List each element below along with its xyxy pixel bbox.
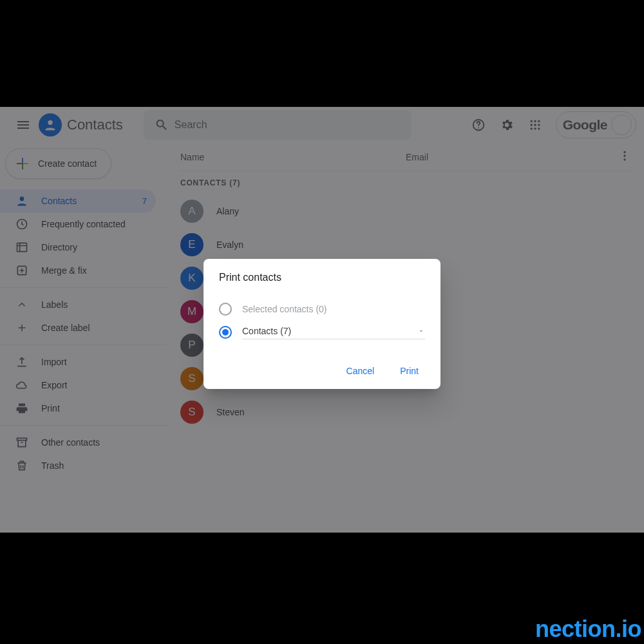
radio-icon	[219, 303, 232, 316]
radio-checked-icon	[219, 326, 232, 339]
radio-all-contacts[interactable]: Contacts (7)	[219, 321, 425, 344]
print-button[interactable]: Print	[393, 361, 425, 381]
contacts-select[interactable]: Contacts (7)	[242, 326, 425, 339]
print-dialog: Print contacts Selected contacts (0) Con…	[204, 259, 440, 389]
dropdown-icon	[417, 327, 425, 335]
cancel-button[interactable]: Cancel	[340, 361, 381, 381]
radio-label: Selected contacts (0)	[242, 304, 327, 314]
dialog-actions: Cancel Print	[219, 361, 425, 381]
radio-selected-contacts: Selected contacts (0)	[219, 298, 425, 321]
dialog-title: Print contacts	[219, 272, 425, 283]
radio-label: Contacts (7)	[242, 326, 291, 336]
modal-overlay[interactable]: Print contacts Selected contacts (0) Con…	[0, 107, 644, 533]
watermark: nection.io	[535, 616, 641, 643]
app-viewport: Contacts Google	[0, 107, 644, 533]
